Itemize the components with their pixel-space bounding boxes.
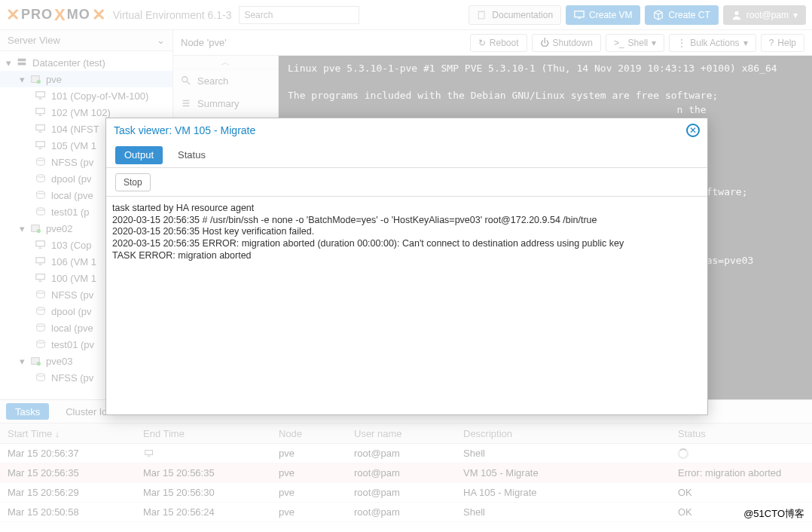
dialog-tabs: Output Status (106, 142, 707, 168)
dialog-title: Task viewer: VM 105 - Migrate (114, 124, 255, 136)
dialog-toolbar: Stop (106, 168, 707, 197)
stop-button[interactable]: Stop (115, 173, 151, 191)
task-log-output[interactable]: task started by HA resource agent 2020-0… (106, 197, 707, 414)
task-viewer-dialog: Task viewer: VM 105 - Migrate ✕ Output S… (105, 118, 708, 415)
tab-output[interactable]: Output (115, 146, 163, 164)
tab-status[interactable]: Status (169, 146, 215, 164)
dialog-header[interactable]: Task viewer: VM 105 - Migrate ✕ (106, 118, 707, 142)
close-icon[interactable]: ✕ (686, 124, 700, 137)
watermark: @51CTO博客 (740, 506, 807, 521)
